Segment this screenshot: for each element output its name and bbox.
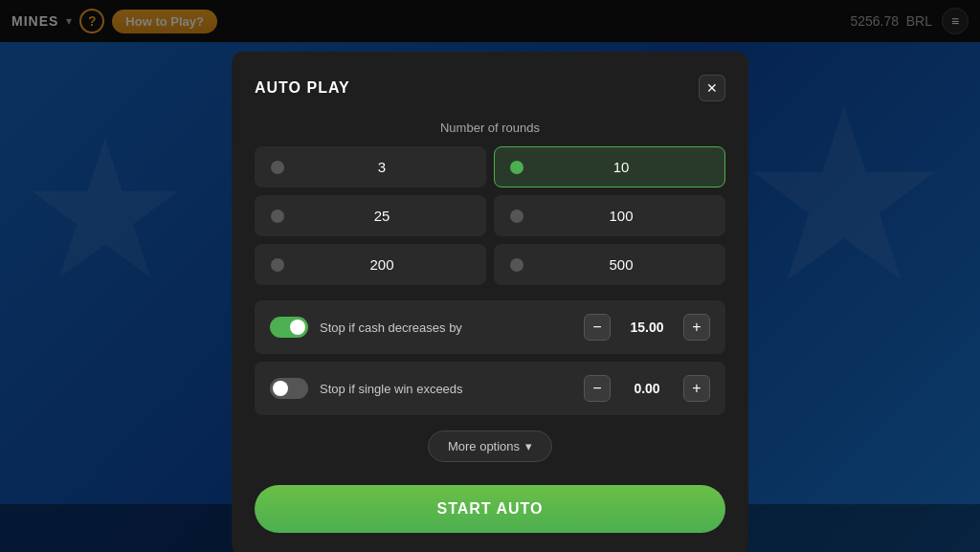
round-value-10: 10 xyxy=(533,159,709,175)
start-auto-button[interactable]: START AUTO xyxy=(255,485,725,533)
round-radio-3 xyxy=(271,161,284,174)
round-value-200: 200 xyxy=(294,256,470,273)
round-radio-500 xyxy=(510,258,523,272)
modal-title: AUTO PLAY xyxy=(255,79,350,97)
stop-win-toggle[interactable] xyxy=(270,378,308,399)
round-radio-100 xyxy=(510,210,523,223)
round-option-3[interactable]: 3 xyxy=(255,146,486,188)
stop-cash-decrease-button[interactable]: − xyxy=(584,314,611,341)
stop-win-amount-control: − 0.00 + xyxy=(584,375,710,402)
round-option-10[interactable]: 10 xyxy=(494,146,725,188)
modal-header: AUTO PLAY ✕ xyxy=(255,75,725,101)
round-value-25: 25 xyxy=(294,208,470,224)
autoplay-modal: AUTO PLAY ✕ Number of rounds 3 10 25 xyxy=(232,52,748,552)
round-value-3: 3 xyxy=(294,159,470,175)
round-value-100: 100 xyxy=(533,208,709,224)
stop-cash-amount-control: − 15.00 + xyxy=(584,314,710,341)
stop-win-increase-button[interactable]: + xyxy=(683,375,710,402)
stop-cash-toggle[interactable] xyxy=(270,317,308,338)
round-option-25[interactable]: 25 xyxy=(255,195,486,236)
stop-cash-toggle-knob xyxy=(290,320,305,335)
round-radio-200 xyxy=(271,258,284,272)
stop-win-toggle-knob xyxy=(273,381,288,396)
stop-cash-value: 15.00 xyxy=(618,320,676,335)
close-button[interactable]: ✕ xyxy=(699,75,725,101)
round-option-100[interactable]: 100 xyxy=(494,195,725,236)
round-radio-25 xyxy=(271,210,284,223)
stop-win-label: Stop if single win exceeds xyxy=(320,382,572,396)
more-options-row: More options ▾ xyxy=(255,431,725,462)
round-option-200[interactable]: 200 xyxy=(255,244,486,285)
round-option-500[interactable]: 500 xyxy=(494,244,725,285)
stop-cash-row: Stop if cash decreases by − 15.00 + xyxy=(255,300,725,354)
more-options-button[interactable]: More options ▾ xyxy=(428,431,552,462)
rounds-grid: 3 10 25 100 200 500 xyxy=(255,146,725,285)
stop-win-row: Stop if single win exceeds − 0.00 + xyxy=(255,362,725,415)
section-label: Number of rounds xyxy=(255,121,725,135)
stop-cash-label: Stop if cash decreases by xyxy=(320,320,572,335)
stop-win-value: 0.00 xyxy=(618,381,676,396)
stop-cash-increase-button[interactable]: + xyxy=(683,314,710,341)
modal-overlay: AUTO PLAY ✕ Number of rounds 3 10 25 xyxy=(0,0,980,552)
round-radio-10 xyxy=(510,161,523,174)
more-options-label: More options xyxy=(448,439,520,453)
round-value-500: 500 xyxy=(533,256,709,273)
more-options-chevron-icon: ▾ xyxy=(525,439,532,453)
stop-win-decrease-button[interactable]: − xyxy=(584,375,611,402)
